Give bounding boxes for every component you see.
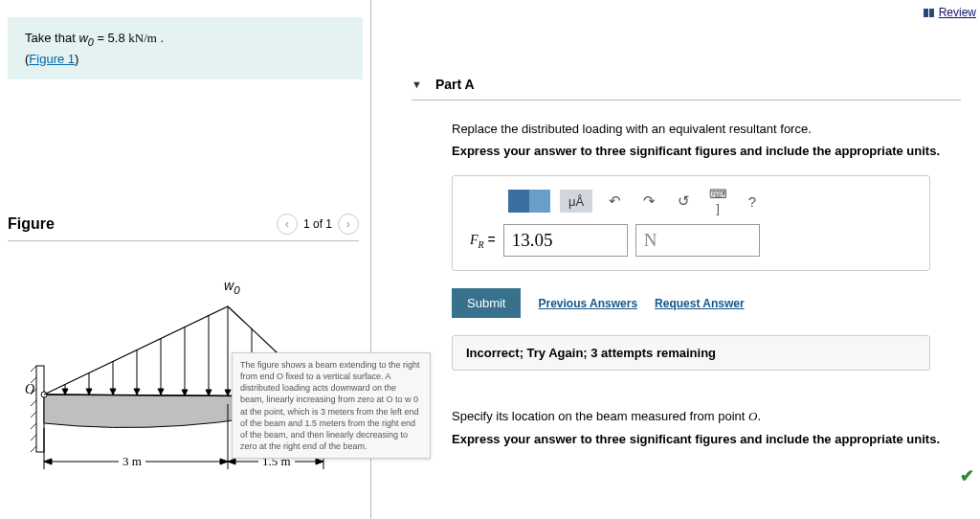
part-a-prompt: Replace the distributed loading with an … xyxy=(452,122,961,136)
pager-text: 1 of 1 xyxy=(303,217,332,231)
figure-O-label: O xyxy=(25,382,34,397)
pager-next[interactable]: › xyxy=(338,214,359,235)
problem-text: Take that xyxy=(25,31,78,45)
answer-toolbar: μÅ ↶ ↷ ↺ ⌨ ] ? xyxy=(508,190,912,213)
svg-line-5 xyxy=(31,412,36,417)
reset-icon[interactable]: ↺ xyxy=(671,190,696,213)
figure-pager: ‹ 1 of 1 › xyxy=(277,214,359,235)
svg-marker-16 xyxy=(110,389,116,395)
figure-dim-3m: 3 m xyxy=(119,454,145,469)
help-icon[interactable]: ? xyxy=(740,190,765,213)
svg-marker-24 xyxy=(206,390,212,395)
previous-answers-link[interactable]: Previous Answers xyxy=(538,297,637,310)
figure-title: Figure xyxy=(8,215,55,233)
svg-line-4 xyxy=(31,400,36,406)
submit-button[interactable]: Submit xyxy=(452,288,521,318)
part-b-prompt: Specify its location on the beam measure… xyxy=(452,409,961,424)
svg-rect-0 xyxy=(36,366,44,452)
fr-label: FR = xyxy=(470,232,496,250)
svg-marker-26 xyxy=(225,390,231,395)
review-label: Review xyxy=(939,6,976,19)
problem-var: w0 xyxy=(78,31,93,45)
template-tool-icon[interactable] xyxy=(508,190,529,213)
svg-line-7 xyxy=(31,435,36,440)
checkmark-icon: ✔ xyxy=(960,465,974,486)
answer-input-row: FR = xyxy=(470,224,912,257)
svg-line-6 xyxy=(31,423,36,429)
svg-marker-14 xyxy=(86,389,92,395)
feedback-box: Incorrect; Try Again; 3 attempts remaini… xyxy=(452,335,930,371)
request-answer-link[interactable]: Request Answer xyxy=(655,297,745,310)
svg-marker-22 xyxy=(182,390,188,395)
part-a-title: Part A xyxy=(435,77,475,92)
undo-icon[interactable]: ↶ xyxy=(602,190,627,213)
svg-marker-18 xyxy=(134,389,140,395)
svg-line-1 xyxy=(31,366,36,372)
redo-icon[interactable]: ↷ xyxy=(636,190,661,213)
problem-statement: Take that w0 = 5.8 kN/m . (Figure 1) xyxy=(8,17,363,79)
svg-marker-41 xyxy=(316,459,323,464)
svg-marker-40 xyxy=(228,459,235,464)
template-tool2-icon[interactable] xyxy=(529,190,550,213)
figure-description-tooltip: The figure shows a beam extending to the… xyxy=(232,352,431,459)
answer-box: μÅ ↶ ↷ ↺ ⌨ ] ? FR = xyxy=(452,175,930,271)
pager-prev[interactable]: ‹ xyxy=(277,214,298,235)
figure-w0-label: w0 xyxy=(224,278,240,296)
part-a-rule xyxy=(412,100,961,101)
units-tool[interactable]: μÅ xyxy=(560,190,592,213)
svg-marker-20 xyxy=(158,389,164,395)
svg-marker-12 xyxy=(62,389,68,395)
book-icon xyxy=(924,9,935,17)
part-a-instructions: Express your answer to three significant… xyxy=(452,144,961,158)
problem-unit: kN/m xyxy=(128,31,157,45)
answer-value-input[interactable] xyxy=(503,224,628,257)
part-a-header[interactable]: ▼ Part A xyxy=(412,77,980,92)
svg-marker-37 xyxy=(44,459,52,464)
part-b-instructions: Express your answer to three significant… xyxy=(452,432,961,446)
figure-header: Figure ‹ 1 of 1 › xyxy=(8,214,359,240)
svg-line-8 xyxy=(31,446,36,452)
review-link[interactable]: Review xyxy=(924,6,976,19)
caret-down-icon: ▼ xyxy=(412,79,422,90)
figure-divider xyxy=(8,240,359,241)
problem-post: . xyxy=(157,31,164,45)
problem-eq: = 5.8 xyxy=(94,31,129,45)
keyboard-icon[interactable]: ⌨ ] xyxy=(705,190,730,213)
answer-unit-input[interactable] xyxy=(635,224,760,257)
figure-link[interactable]: Figure 1 xyxy=(29,52,75,66)
